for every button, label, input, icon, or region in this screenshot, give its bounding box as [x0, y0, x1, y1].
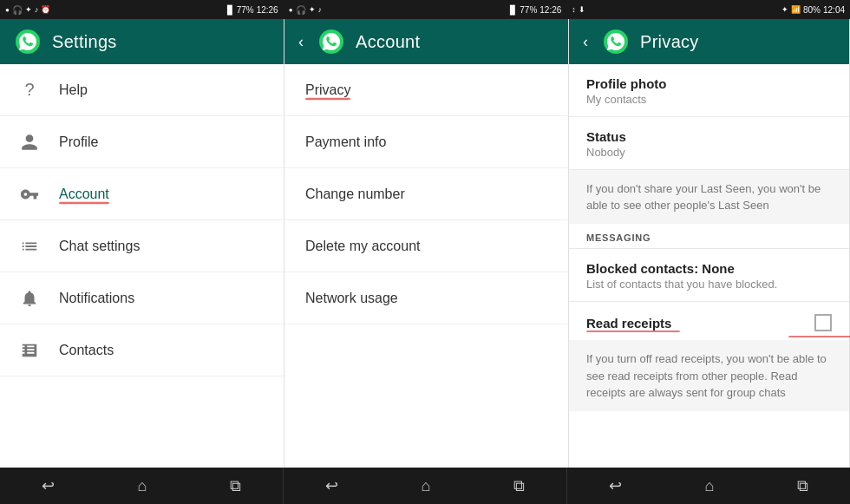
- status-title: Status: [586, 129, 832, 144]
- nav-bar-middle: ↩ ⌂ ⧉: [284, 468, 567, 504]
- privacy-content: Profile photo My contacts Status Nobody …: [569, 64, 849, 411]
- read-receipts-checkbox-area: [814, 314, 832, 331]
- whatsapp-logo-settings: [14, 28, 42, 56]
- nav-bars: ↩ ⌂ ⧉ ↩ ⌂ ⧉ ↩ ⌂ ⧉: [0, 468, 850, 504]
- account-menu-delete[interactable]: Delete my account: [284, 220, 568, 272]
- home-btn-right[interactable]: ⌂: [695, 472, 725, 501]
- nav-bar-left: ↩ ⌂ ⧉: [0, 468, 284, 504]
- help-label: Help: [59, 82, 88, 98]
- back-chevron-privacy: ‹: [583, 33, 588, 51]
- status-bar-middle: ● 🎧 ✦ ♪ ▊ 77% 12:26: [284, 0, 567, 19]
- privacy-label: Privacy: [305, 82, 350, 98]
- apps-btn-mid[interactable]: ⧉: [503, 472, 535, 501]
- privacy-panel: ‹ Privacy Profile photo My contacts Stat…: [569, 19, 850, 468]
- menu-item-notifications[interactable]: Notifications: [0, 272, 284, 324]
- messaging-section-label: MESSAGING: [569, 224, 849, 249]
- download-icon: ⬇: [579, 5, 585, 14]
- status-bar-right-info: ▊ 77% 12:26: [227, 5, 278, 15]
- time-2: 12:26: [539, 5, 561, 15]
- bluetooth-icon-right: ✦: [781, 5, 788, 14]
- apps-btn-right[interactable]: ⧉: [787, 472, 819, 501]
- battery-text-1: 77%: [237, 5, 254, 15]
- volume-icon: ♪: [35, 5, 39, 14]
- back-btn-mid[interactable]: ↩: [315, 471, 349, 501]
- help-icon: ?: [17, 78, 42, 102]
- account-header: ‹ Account: [284, 19, 568, 64]
- settings-title: Settings: [52, 32, 117, 52]
- notifications-label: Notifications: [59, 291, 134, 306]
- headphone-icon-mid: 🎧: [296, 5, 306, 15]
- menu-item-profile[interactable]: Profile: [0, 116, 284, 168]
- settings-panel: Settings ? Help Profile: [0, 19, 284, 468]
- signal-icon: ▊: [227, 5, 234, 15]
- back-btn-left[interactable]: ↩: [31, 471, 65, 501]
- notifications-icon: [17, 286, 42, 311]
- nav-bar-right: ↩ ⌂ ⧉: [567, 468, 850, 504]
- whatsapp-icon-mid: ●: [289, 6, 293, 14]
- signal-icon-mid: ▊: [510, 5, 517, 15]
- profile-photo-title: Profile photo: [586, 76, 832, 91]
- account-menu: Privacy Payment info Change number Delet…: [284, 64, 568, 324]
- menu-item-help[interactable]: ? Help: [0, 64, 284, 116]
- whatsapp-status-icon: ●: [5, 6, 10, 14]
- menu-item-account[interactable]: Account: [0, 168, 284, 220]
- status-bar-right: ↕ ⬇ ✦ 📶 80% 12:04: [566, 0, 850, 19]
- volume-icon-mid: ♪: [318, 5, 323, 14]
- profile-photo-sub: My contacts: [586, 93, 832, 106]
- payment-info-label: Payment info: [305, 134, 386, 150]
- account-panel: ‹ Account Privacy Payment info Change nu…: [284, 19, 569, 468]
- cursor-icon: ↕: [572, 5, 576, 14]
- privacy-header: ‹ Privacy: [569, 19, 849, 64]
- whatsapp-logo-privacy: [602, 28, 630, 56]
- account-menu-privacy[interactable]: Privacy: [284, 64, 568, 116]
- account-icon: [17, 182, 42, 206]
- settings-menu: ? Help Profile Account: [0, 64, 284, 376]
- read-receipts-row[interactable]: Read receipts: [569, 302, 849, 340]
- network-usage-label: Network usage: [305, 291, 398, 306]
- chat-settings-label: Chat settings: [59, 239, 140, 254]
- wifi-icon-right: 📶: [791, 5, 801, 14]
- account-menu-payment[interactable]: Payment info: [284, 116, 568, 168]
- status-section[interactable]: Status Nobody: [569, 117, 849, 170]
- back-btn-right[interactable]: ↩: [598, 471, 632, 501]
- menu-item-contacts[interactable]: Contacts: [0, 324, 284, 376]
- contacts-icon: [17, 338, 42, 363]
- status-bar-left: ● 🎧 ✦ ♪ ⏰ ▊ 77% 12:26: [0, 0, 284, 19]
- account-title: Account: [356, 32, 420, 52]
- apps-btn-left[interactable]: ⧉: [219, 472, 252, 501]
- read-receipts-title: Read receipts: [586, 316, 671, 331]
- profile-icon: [17, 130, 42, 154]
- whatsapp-logo-account: [317, 28, 345, 56]
- battery-text-3: 80%: [803, 5, 821, 15]
- delete-account-label: Delete my account: [305, 239, 421, 254]
- time-1: 12:26: [257, 5, 278, 15]
- status-bar-left-icons: ● 🎧 ✦ ♪ ⏰: [5, 5, 50, 15]
- status-sub: Nobody: [586, 146, 832, 159]
- profile-photo-section[interactable]: Profile photo My contacts: [569, 64, 849, 117]
- account-label: Account: [59, 187, 109, 202]
- profile-label: Profile: [59, 134, 98, 150]
- bluetooth-icon: ✦: [25, 5, 32, 14]
- last-seen-info-box: If you don't share your Last Seen, you w…: [569, 170, 849, 224]
- chat-settings-icon: [17, 234, 42, 259]
- alarm-icon: ⏰: [41, 5, 50, 14]
- blocked-contacts-sub: List of contacts that you have blocked.: [586, 278, 832, 291]
- contacts-label: Contacts: [59, 343, 114, 358]
- status-bars: ● 🎧 ✦ ♪ ⏰ ▊ 77% 12:26 ● 🎧 ✦ ♪ ▊ 77% 12:2…: [0, 0, 850, 19]
- time-3: 12:04: [823, 5, 845, 15]
- settings-header: Settings: [0, 19, 284, 64]
- privacy-title: Privacy: [640, 32, 699, 52]
- menu-item-chat-settings[interactable]: Chat settings: [0, 220, 284, 272]
- bluetooth-icon-mid: ✦: [309, 5, 316, 14]
- home-btn-mid[interactable]: ⌂: [411, 472, 441, 501]
- battery-text-2: 77%: [520, 5, 537, 15]
- read-receipts-info-box: If you turn off read receipts, you won't…: [569, 340, 849, 411]
- read-receipts-checkbox[interactable]: [814, 314, 832, 331]
- account-menu-network[interactable]: Network usage: [284, 272, 568, 324]
- blocked-contacts-section[interactable]: Blocked contacts: None List of contacts …: [569, 249, 849, 302]
- main-content: Settings ? Help Profile: [0, 19, 850, 468]
- account-menu-change-number[interactable]: Change number: [284, 168, 568, 220]
- home-btn-left[interactable]: ⌂: [128, 472, 158, 501]
- back-chevron-account: ‹: [298, 33, 304, 51]
- blocked-contacts-title: Blocked contacts: None: [586, 261, 832, 276]
